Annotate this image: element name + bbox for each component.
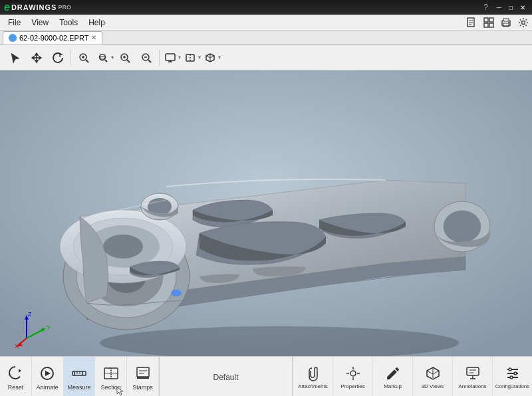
separator-1	[70, 50, 71, 66]
menu-icons	[466, 17, 529, 29]
3d-views-button[interactable]: 3D Views	[412, 357, 452, 396]
svg-marker-56	[19, 369, 21, 373]
print-icon[interactable]	[500, 17, 512, 29]
section-label: Section	[101, 385, 121, 391]
zoom-to-fit-button[interactable]	[74, 48, 94, 68]
section-view-button[interactable]: ▾	[182, 48, 201, 68]
minimize-button[interactable]: ─	[493, 3, 504, 12]
view-name-label: Default	[213, 373, 238, 382]
svg-point-81	[509, 368, 511, 371]
close-button[interactable]: ✕	[517, 3, 528, 12]
svg-line-25	[148, 60, 151, 62]
svg-text:Y: Y	[47, 324, 51, 331]
svg-point-11	[508, 22, 509, 23]
reset-icon	[5, 363, 25, 383]
viewport[interactable]: Z Y X	[0, 70, 532, 356]
attachments-icon	[304, 364, 323, 383]
gear-icon[interactable]	[517, 17, 529, 29]
app-logo: e DRAWINGS PRO	[4, 2, 71, 13]
3d-part-view	[0, 70, 532, 356]
svg-rect-6	[484, 23, 488, 27]
svg-line-21	[127, 60, 130, 62]
logo-e-letter: e	[4, 2, 10, 13]
svg-text:Z: Z	[28, 311, 32, 318]
3d-views-icon	[424, 364, 442, 383]
reset-button[interactable]: Reset	[0, 357, 32, 396]
tab-eprt[interactable]: 62-02-9000-02.EPRT ✕	[3, 31, 102, 45]
bottom-left-buttons: Reset Animate Measure Section	[0, 357, 160, 396]
svg-rect-27	[166, 54, 175, 60]
animate-button[interactable]: Animate	[32, 357, 64, 396]
stamps-label: Stamps	[132, 385, 153, 391]
view-cube-button[interactable]: ▾	[202, 48, 221, 68]
svg-rect-66	[137, 367, 149, 377]
logo-pro: PRO	[58, 4, 71, 11]
attachments-button[interactable]: Attachments	[293, 357, 332, 396]
properties-label: Properties	[340, 384, 364, 390]
svg-rect-4	[484, 18, 488, 22]
svg-line-50	[27, 330, 43, 338]
svg-text:X: X	[15, 343, 19, 348]
select-button[interactable]	[5, 48, 25, 68]
properties-button[interactable]: Properties	[332, 357, 372, 396]
animate-label: Animate	[37, 385, 59, 391]
zoom-in-button[interactable]	[115, 48, 135, 68]
title-bar-controls: ? ─ □ ✕	[483, 3, 528, 12]
measure-icon	[69, 363, 89, 383]
markup-button[interactable]: Markup	[372, 357, 412, 396]
stamps-button[interactable]: Stamps	[127, 357, 159, 396]
tab-file-icon	[9, 34, 17, 42]
title-bar-left: e DRAWINGS PRO	[4, 2, 71, 13]
svg-rect-75	[467, 367, 479, 375]
svg-rect-19	[100, 56, 104, 59]
move-button[interactable]	[27, 48, 47, 68]
rotate-button[interactable]	[48, 48, 68, 68]
measure-button[interactable]: Measure	[64, 357, 96, 396]
bottom-center: Default	[160, 357, 292, 396]
tab-label: 62-02-9000-02.EPRT	[19, 34, 88, 42]
maximize-button[interactable]: □	[505, 3, 516, 12]
menu-help[interactable]: Help	[83, 17, 110, 29]
section-icon	[101, 363, 121, 383]
zoom-out-button[interactable]	[136, 48, 156, 68]
svg-point-45	[444, 211, 481, 243]
svg-rect-10	[503, 19, 509, 21]
menu-file[interactable]: File	[3, 17, 26, 29]
menu-bar: File View Tools Help	[0, 15, 532, 31]
stamps-icon	[133, 363, 153, 383]
svg-point-41	[103, 235, 143, 258]
svg-line-18	[105, 60, 107, 62]
logo-text: DRAWINGS	[11, 3, 57, 11]
markup-label: Markup	[384, 384, 402, 390]
separator-2	[159, 50, 160, 66]
help-question: ?	[483, 3, 488, 12]
svg-line-14	[86, 60, 88, 62]
configurations-label: Configurations	[495, 384, 530, 390]
svg-rect-5	[489, 18, 493, 22]
title-bar: e DRAWINGS PRO ? ─ □ ✕	[0, 0, 532, 15]
attachments-label: Attachments	[298, 384, 327, 390]
properties-icon	[344, 364, 362, 383]
tab-close-button[interactable]: ✕	[91, 35, 96, 41]
bottom-toolbar: Reset Animate Measure Section	[0, 356, 532, 396]
page-icon[interactable]	[466, 17, 477, 29]
3d-views-label: 3D Views	[422, 384, 444, 390]
section-button[interactable]: Section	[95, 357, 127, 396]
bottom-right-buttons: Attachments Properties Markup 3D Views	[292, 357, 532, 396]
toolbar: ▾ ▾ ▾ ▾	[0, 45, 532, 70]
configurations-button[interactable]: Configurations	[492, 357, 532, 396]
annotations-button[interactable]: Annotations	[452, 357, 492, 396]
animate-icon	[37, 363, 57, 383]
menu-tools[interactable]: Tools	[54, 17, 83, 29]
axis-indicator: Z Y X	[13, 308, 53, 348]
svg-marker-51	[41, 328, 46, 332]
svg-point-46	[171, 290, 182, 296]
svg-point-12	[522, 21, 525, 24]
annotations-label: Annotations	[458, 384, 486, 390]
reset-label: Reset	[8, 385, 24, 391]
menu-view[interactable]: View	[26, 17, 54, 29]
zoom-area-button[interactable]: ▾	[95, 48, 114, 68]
display-mode-button[interactable]: ▾	[162, 48, 181, 68]
grid-icon[interactable]	[483, 17, 495, 29]
tab-bar: 62-02-9000-02.EPRT ✕	[0, 31, 532, 45]
